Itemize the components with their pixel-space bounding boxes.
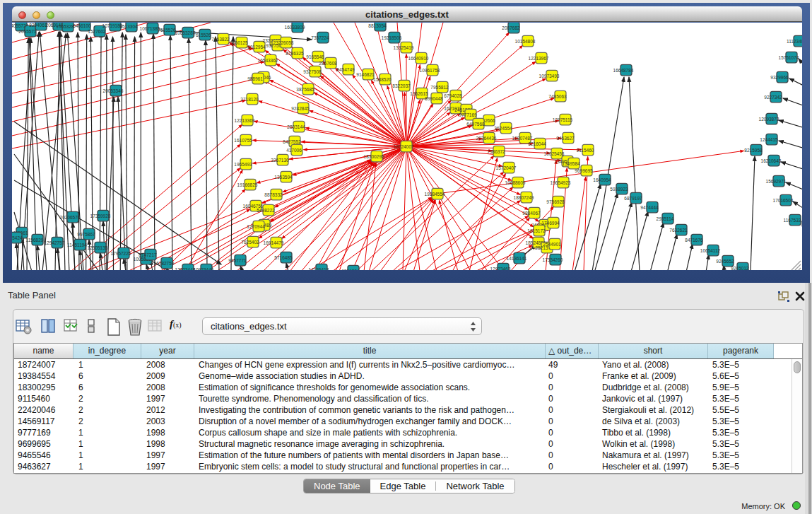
svg-text:1610755: 1610755: [234, 138, 252, 143]
svg-text:15692971: 15692971: [766, 179, 787, 184]
svg-text:6497568: 6497568: [466, 122, 485, 127]
svg-text:17016504: 17016504: [773, 198, 794, 203]
svg-text:9756928: 9756928: [546, 199, 565, 204]
svg-text:10807487: 10807487: [512, 136, 533, 141]
svg-text:16033809: 16033809: [285, 25, 305, 30]
svg-text:20364436: 20364436: [476, 136, 497, 141]
svg-text:1746994: 1746994: [541, 221, 560, 226]
svg-text:6216044: 6216044: [528, 141, 546, 146]
svg-text:17334260: 17334260: [543, 257, 563, 262]
svg-text:7615526: 7615526: [193, 33, 211, 37]
svg-text:16648784: 16648784: [613, 68, 634, 73]
svg-text:3875685: 3875685: [296, 87, 314, 92]
svg-text:9699695: 9699695: [575, 168, 593, 173]
svg-text:8813054: 8813054: [368, 23, 387, 28]
svg-text:18807249: 18807249: [514, 195, 534, 200]
svg-text:16782759: 16782759: [154, 261, 175, 266]
svg-text:6879197: 6879197: [624, 196, 642, 201]
svg-text:13325419: 13325419: [394, 45, 414, 50]
svg-text:8215958: 8215958: [744, 148, 763, 153]
svg-text:10654112: 10654112: [700, 248, 721, 253]
svg-text:12923448: 12923448: [175, 267, 196, 271]
svg-text:6794028: 6794028: [444, 93, 462, 98]
svg-text:2055571: 2055571: [18, 29, 37, 34]
svg-text:19654923: 19654923: [551, 180, 571, 185]
svg-text:6521304: 6521304: [341, 269, 360, 271]
svg-text:12213967: 12213967: [529, 56, 549, 61]
svg-text:9329966: 9329966: [770, 75, 789, 80]
svg-text:11123404: 11123404: [787, 39, 802, 44]
svg-text:1588520: 1588520: [373, 77, 392, 82]
svg-text:9777169: 9777169: [459, 112, 477, 117]
svg-text:8294061: 8294061: [29, 23, 47, 28]
svg-text:9513304: 9513304: [119, 24, 138, 29]
svg-text:2935114: 2935114: [657, 216, 674, 221]
svg-text:8912954: 8912954: [247, 45, 266, 49]
svg-text:9146821: 9146821: [356, 72, 375, 77]
svg-text:9975867: 9975867: [77, 232, 95, 237]
svg-text:16640910: 16640910: [408, 56, 429, 61]
svg-text:8322037: 8322037: [392, 83, 411, 88]
svg-text:9242845: 9242845: [291, 106, 310, 111]
svg-text:7986372: 7986372: [487, 149, 505, 154]
svg-text:8471676: 8471676: [685, 238, 703, 243]
svg-text:18300295: 18300295: [364, 154, 384, 159]
svg-text:1156829: 1156829: [26, 238, 44, 243]
svg-text:1640954: 1640954: [593, 177, 611, 182]
svg-text:1353594: 1353594: [274, 175, 293, 180]
svg-text:1965493: 1965493: [234, 162, 252, 167]
svg-text:417006: 417006: [286, 148, 302, 153]
svg-text:17359928: 17359928: [90, 214, 111, 218]
svg-text:9227342: 9227342: [764, 95, 782, 100]
svg-text:6466100: 6466100: [73, 23, 91, 28]
svg-text:12213369: 12213369: [235, 118, 255, 123]
svg-text:8454749: 8454749: [336, 67, 355, 72]
svg-text:9245012: 9245012: [731, 266, 749, 271]
svg-text:16210643: 16210643: [761, 158, 782, 163]
svg-text:23226058: 23226058: [273, 40, 294, 45]
svg-text:9245652: 9245652: [716, 259, 734, 264]
svg-text:12975115: 12975115: [553, 117, 573, 122]
svg-text:10961758: 10961758: [420, 68, 440, 73]
svg-text:7955812: 7955812: [430, 85, 449, 90]
svg-text:16914479: 16914479: [264, 240, 284, 245]
svg-text:10688609: 10688609: [505, 180, 526, 185]
svg-text:9327508: 9327508: [303, 69, 322, 74]
svg-text:9457771: 9457771: [228, 258, 247, 263]
svg-text:3624554: 3624554: [494, 126, 512, 131]
svg-text:1244415: 1244415: [760, 137, 778, 142]
svg-text:2544901: 2544901: [543, 242, 561, 247]
svg-text:1615172: 1615172: [527, 228, 546, 233]
svg-text:7357224: 7357224: [311, 35, 329, 40]
svg-text:15751074: 15751074: [779, 55, 799, 60]
svg-text:10923446: 10923446: [194, 267, 214, 271]
svg-text:8147217: 8147217: [139, 252, 157, 257]
svg-text:2718120: 2718120: [240, 97, 259, 102]
svg-text:15720407: 15720407: [496, 165, 517, 170]
svg-text:1349584: 1349584: [562, 161, 580, 166]
svg-text:16543362: 16543362: [258, 58, 278, 63]
svg-text:1270944: 1270944: [247, 224, 265, 229]
svg-text:10025458: 10025458: [544, 151, 565, 156]
svg-text:20206576: 20206576: [60, 215, 81, 220]
svg-text:19218506: 19218506: [382, 35, 402, 40]
svg-text:1065328: 1065328: [56, 24, 74, 29]
svg-text:3267130: 3267130: [271, 158, 289, 163]
svg-text:9884067: 9884067: [522, 211, 541, 216]
svg-text:3915424: 3915424: [12, 235, 23, 240]
svg-text:7485063: 7485063: [548, 94, 567, 99]
svg-text:12505135: 12505135: [88, 245, 108, 250]
svg-text:19384554: 19384554: [425, 192, 445, 197]
svg-text:5498222: 5498222: [257, 208, 275, 213]
svg-text:7625402: 7625402: [241, 240, 259, 245]
svg-text:8990448: 8990448: [425, 96, 443, 101]
svg-text:11451194: 11451194: [67, 243, 87, 247]
svg-text:2867608: 2867608: [319, 61, 337, 66]
svg-text:9165546: 9165546: [306, 54, 324, 59]
svg-text:17957225: 17957225: [111, 251, 131, 256]
svg-text:10154808: 10154808: [515, 39, 536, 44]
svg-text:10973493: 10973493: [539, 74, 560, 78]
svg-text:9474444: 9474444: [640, 205, 659, 210]
svg-text:7663822: 7663822: [211, 37, 230, 42]
svg-text:2803144: 2803144: [287, 124, 305, 129]
